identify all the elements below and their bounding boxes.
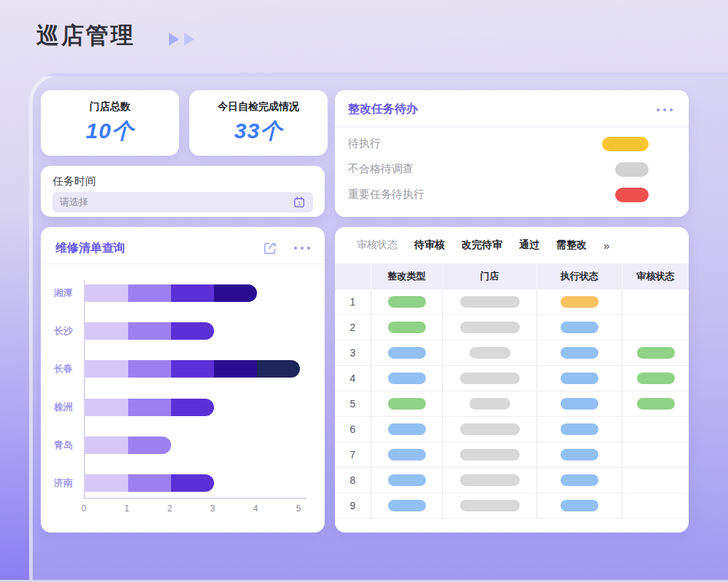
todo-title: 整改任务待办 (348, 102, 418, 117)
chart-bar[interactable] (85, 436, 171, 454)
bar-segment (128, 474, 171, 492)
row-index-cell: 2 (335, 315, 371, 340)
review-table: 整改类型门店执行状态审核状态 123456789 (335, 263, 689, 519)
review-status-cell (622, 315, 689, 340)
bar-segment (257, 360, 300, 378)
status-pill (388, 347, 426, 359)
task-time-select[interactable]: 请选择 1 (52, 192, 313, 212)
chart-bar[interactable] (85, 474, 214, 492)
table-row[interactable]: 9 (335, 493, 689, 519)
table-row[interactable]: 4 (335, 366, 689, 391)
tab-2[interactable]: 通过 (519, 239, 539, 252)
bar-segment (85, 399, 128, 416)
exec-status-cell (537, 442, 622, 467)
more-tabs-icon[interactable]: » (604, 239, 609, 252)
row-index-cell: 5 (335, 391, 371, 416)
todo-item-label: 不合格待调查 (348, 162, 414, 176)
review-status-cell (622, 493, 689, 518)
store-cell (443, 468, 537, 493)
table-row[interactable]: 3 (335, 340, 689, 366)
row-index-cell: 4 (335, 366, 371, 391)
stat-value: 33个 (234, 116, 282, 146)
status-pill (388, 372, 426, 384)
chart-bar[interactable] (85, 322, 214, 340)
table-row[interactable]: 6 (335, 417, 689, 442)
type-cell (371, 417, 443, 442)
tab-0[interactable]: 待审核 (414, 239, 445, 252)
table-row[interactable]: 7 (335, 442, 689, 468)
exec-status-cell (537, 290, 622, 314)
row-index: 4 (350, 372, 356, 384)
status-pill (388, 500, 426, 511)
calendar-icon[interactable]: 1 (293, 196, 306, 209)
table-row[interactable]: 2 (335, 315, 689, 340)
status-pill (460, 296, 520, 308)
chart-bar[interactable] (85, 284, 257, 302)
store-cell (443, 417, 537, 442)
status-pill (470, 398, 510, 410)
chart-bar[interactable] (85, 399, 214, 416)
status-pill (460, 474, 520, 486)
row-index-cell: 1 (335, 290, 371, 314)
type-cell (371, 468, 443, 493)
svg-text:1: 1 (298, 200, 301, 207)
status-pill (561, 500, 598, 511)
exec-status-cell (537, 366, 622, 391)
table-body: 123456789 (335, 290, 689, 519)
review-tab-bar: 审核状态 待审核改完待审通过需整改 » (357, 239, 609, 252)
bar-segment (171, 284, 214, 302)
row-index: 9 (350, 500, 356, 511)
chart-bar[interactable] (85, 360, 300, 378)
store-cell (443, 315, 537, 340)
table-row[interactable]: 1 (335, 290, 689, 315)
bar-segment (85, 284, 128, 302)
review-filter-label: 审核状态 (357, 239, 397, 252)
status-pill (615, 188, 649, 202)
status-pill (460, 372, 520, 384)
chart-row: 济南 (41, 474, 313, 492)
status-pill (460, 449, 520, 461)
todo-item[interactable]: 不合格待调查 (348, 156, 649, 182)
store-cell (443, 290, 537, 314)
review-table-card: 审核状态 待审核改完待审通过需整改 » 整改类型门店执行状态审核状态 12345… (335, 227, 689, 533)
todo-item[interactable]: 待执行 (348, 131, 649, 156)
todo-item[interactable]: 重要任务待执行 (348, 182, 649, 207)
arrow-right-icon (184, 33, 194, 46)
more-icon[interactable] (657, 108, 673, 111)
chart-category-label: 株洲 (47, 401, 80, 414)
chart-category-label: 济南 (47, 477, 80, 490)
store-cell (443, 340, 537, 365)
todo-items: 待执行不合格待调查重要任务待执行 (348, 131, 649, 207)
status-pill (637, 372, 675, 384)
review-status-cell (622, 417, 689, 442)
exec-status-cell (537, 391, 622, 416)
table-header-row: 整改类型门店执行状态审核状态 (335, 263, 689, 290)
tab-3[interactable]: 需整改 (556, 239, 587, 252)
row-index: 2 (350, 322, 356, 333)
type-cell (371, 315, 443, 340)
status-pill (460, 423, 520, 435)
table-row[interactable]: 5 (335, 391, 689, 417)
review-status-cell (622, 340, 689, 365)
type-cell (371, 442, 443, 467)
status-pill (602, 137, 649, 151)
tab-1[interactable]: 改完待审 (462, 239, 502, 252)
review-status-cell (622, 468, 689, 493)
status-pill (637, 347, 675, 359)
todo-item-label: 重要任务待执行 (348, 188, 424, 202)
type-cell (371, 391, 443, 416)
stat-card-total-stores: 门店总数 10个 (41, 90, 179, 156)
bar-segment (128, 399, 171, 416)
task-time-placeholder: 请选择 (60, 196, 88, 209)
row-index: 3 (350, 347, 356, 359)
status-pill (561, 398, 598, 410)
row-index: 5 (350, 398, 356, 410)
status-pill (637, 398, 675, 410)
chart-row: 湘潭 (41, 284, 313, 302)
type-cell (371, 290, 443, 314)
tabs-container: 待审核改完待审通过需整改 (414, 239, 587, 252)
table-row[interactable]: 8 (335, 468, 689, 493)
type-cell (371, 366, 443, 391)
bar-segment (171, 322, 214, 340)
status-pill (561, 296, 598, 308)
